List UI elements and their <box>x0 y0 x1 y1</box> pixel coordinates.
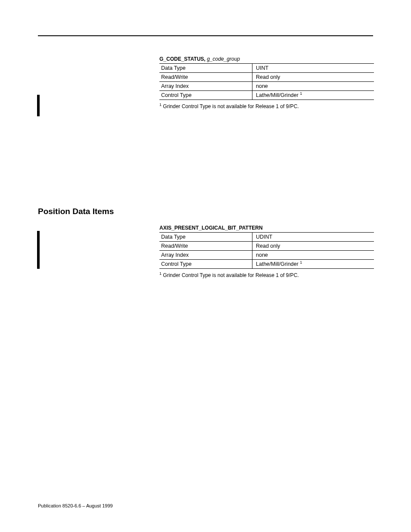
footnote-ref: 1 <box>300 91 302 96</box>
table-row: Read/Write Read only <box>159 73 374 82</box>
table-row: Control Type Lathe/Mill/Grinder 1 <box>159 91 374 100</box>
table-row: Array Index none <box>159 82 374 91</box>
cell-label: Read/Write <box>159 73 252 82</box>
table-row: Data Type UINT <box>159 64 374 73</box>
cell-label: Array Index <box>159 251 252 260</box>
cell-value: Read only <box>252 242 374 251</box>
table1-footnote: 1 Grinder Control Type is not available … <box>159 103 374 109</box>
table-axis-present: AXIS_PRESENT_LOGICAL_BIT_PATTERN Data Ty… <box>159 225 374 278</box>
table1-title-param: g_code_group <box>207 56 240 62</box>
section-heading: Position Data Items <box>38 207 114 216</box>
cell-label: Read/Write <box>159 242 252 251</box>
cell-value: Read only <box>252 73 374 82</box>
cell-value: Lathe/Mill/Grinder 1 <box>252 260 374 269</box>
table-g-code-status: G_CODE_STATUS, g_code_group Data Type UI… <box>159 56 374 109</box>
footnote-text: Grinder Control Type is not available fo… <box>162 103 299 109</box>
cell-label: Control Type <box>159 260 252 269</box>
table-row: Data Type UDINT <box>159 233 374 242</box>
cell-label: Control Type <box>159 91 252 100</box>
table2-title: AXIS_PRESENT_LOGICAL_BIT_PATTERN <box>159 225 374 233</box>
table-row: Control Type Lathe/Mill/Grinder 1 <box>159 260 374 269</box>
cell-label: Array Index <box>159 82 252 91</box>
page: G_CODE_STATUS, g_code_group Data Type UI… <box>0 0 411 532</box>
cell-value: Lathe/Mill/Grinder 1 <box>252 91 374 100</box>
header-rule <box>38 35 373 36</box>
cell-value: none <box>252 82 374 91</box>
cell-value: none <box>252 251 374 260</box>
publication-line: Publication 8520-6.6 – August 1999 <box>38 503 113 508</box>
table1-title-prefix: G_CODE_STATUS, <box>159 56 206 62</box>
table1: Data Type UINT Read/Write Read only Arra… <box>159 64 374 100</box>
table2-footnote: 1 Grinder Control Type is not available … <box>159 272 374 278</box>
change-bar-2 <box>37 231 40 269</box>
cell-value-text: Lathe/Mill/Grinder <box>256 92 299 98</box>
table1-title: G_CODE_STATUS, g_code_group <box>159 56 374 64</box>
table-row: Read/Write Read only <box>159 242 374 251</box>
table2: Data Type UDINT Read/Write Read only Arr… <box>159 233 374 269</box>
table-row: Array Index none <box>159 251 374 260</box>
cell-value: UINT <box>252 64 374 73</box>
change-bar-1 <box>37 95 40 116</box>
cell-label: Data Type <box>159 233 252 242</box>
table2-title-text: AXIS_PRESENT_LOGICAL_BIT_PATTERN <box>159 225 263 231</box>
cell-value: UDINT <box>252 233 374 242</box>
footnote-ref: 1 <box>300 260 302 264</box>
footnote-text: Grinder Control Type is not available fo… <box>162 272 299 278</box>
cell-value-text: Lathe/Mill/Grinder <box>256 261 299 267</box>
cell-label: Data Type <box>159 64 252 73</box>
